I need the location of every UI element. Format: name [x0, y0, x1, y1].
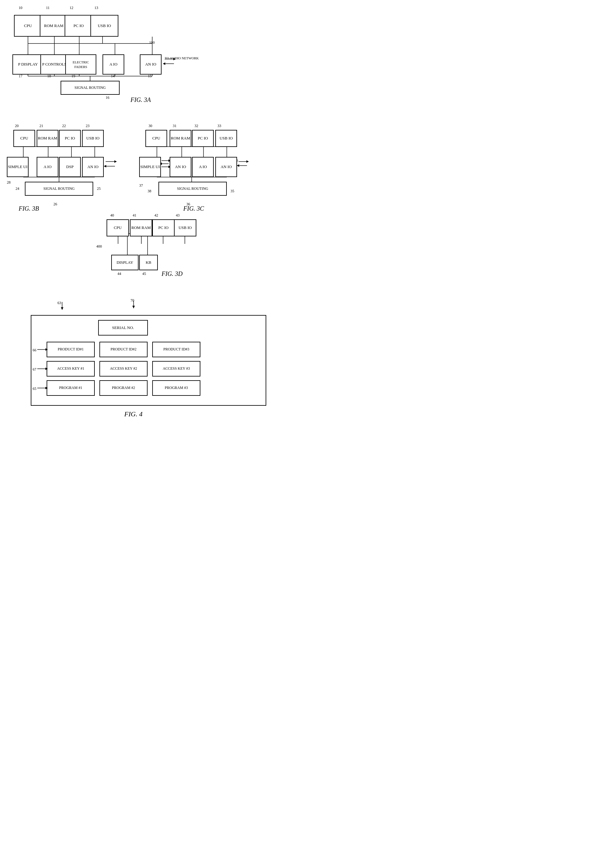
label-41: 41: [133, 213, 136, 218]
svg-marker-63: [246, 160, 249, 163]
fig4-productid2-box: PRODUCT ID#2: [99, 342, 148, 357]
label-12: 12: [69, 6, 73, 10]
fig3a-usbio-box: USB IO: [90, 15, 118, 37]
label-38: 38: [148, 189, 151, 193]
fig3d-romram-box: ROM RAM: [130, 219, 152, 236]
fig3d-kb-box: KB: [139, 255, 158, 270]
label-15: 15: [148, 74, 152, 78]
fig3c-signalrouting-box: SIGNAL ROUTING: [158, 182, 227, 196]
label-24: 24: [16, 186, 19, 191]
fig3c-usbio-box: USB IO: [215, 130, 237, 147]
svg-marker-87: [132, 306, 135, 309]
label-28: 28: [7, 180, 10, 185]
fig3b-anio-box: AN IO: [82, 157, 104, 177]
label-43: 43: [176, 213, 180, 218]
label-44: 44: [117, 272, 121, 276]
fig4-serialno-box: SERIAL NO.: [98, 320, 148, 335]
fig3a-electricfaders-box: ELECTRIC FADERS: [65, 55, 96, 75]
fig3b-usbio-box: USB IO: [82, 130, 104, 147]
fig3d-usbio-box: USB IO: [174, 219, 197, 236]
fig3b-cpu-box: CPU: [13, 130, 35, 147]
label-23: 23: [86, 124, 89, 128]
label-45: 45: [142, 272, 146, 276]
fig3b-pcio-box: PC IO: [59, 130, 81, 147]
fig3d-cpu-box: CPU: [106, 219, 129, 236]
fig3c-aio-box: A IO: [192, 157, 214, 177]
fig4-title: FIG. 4: [124, 410, 143, 418]
label-16: 16: [106, 95, 109, 100]
label-18: 18: [47, 74, 51, 78]
fig3b-romram-box: ROM RAM: [37, 130, 58, 147]
label-35: 35: [231, 189, 234, 193]
svg-marker-85: [61, 307, 64, 310]
fig3a-pcontrols-box: P CONTROLS: [40, 55, 68, 75]
fig4-accesskey2-box: ACCESS KEY #2: [99, 361, 148, 376]
fig4-productid1-box: PRODUCT ID#1: [47, 342, 95, 357]
svg-marker-21: [163, 62, 165, 65]
label-66: 66: [33, 348, 36, 353]
page: 10 11 12 13 100 CPU ROM RAM PC IO USB IO…: [0, 0, 297, 434]
fig3c-cpu-box: CPU: [145, 130, 167, 147]
label-400: 400: [96, 244, 102, 249]
svg-marker-38: [114, 160, 117, 163]
fig3d-pcio-box: PC IO: [152, 219, 174, 236]
fig3a-signalrouting-box: SIGNAL ROUTING: [61, 81, 120, 95]
fig4-program1-box: PROGRAM #1: [47, 380, 95, 396]
svg-marker-40: [104, 165, 106, 167]
label-10: 10: [19, 6, 22, 10]
fig3c-romram-box: ROM RAM: [170, 130, 191, 147]
label-70: 70: [130, 298, 134, 303]
label-67: 67: [33, 367, 36, 372]
fig3a-cpu-box: CPU: [14, 15, 42, 37]
fig3a-aio-box: A IO: [102, 55, 124, 75]
label-11: 11: [46, 6, 50, 10]
fig3c-anio2-box: AN IO: [215, 157, 237, 177]
fig3a-title: FIG. 3A: [130, 96, 151, 103]
label-20: 20: [15, 124, 19, 128]
label-32: 32: [195, 124, 198, 128]
fig3b-aio-box: A IO: [37, 157, 58, 177]
label-30: 30: [149, 124, 152, 128]
label-31: 31: [173, 124, 176, 128]
label-100: 100: [149, 40, 155, 45]
fig3c-anio1-box: AN IO: [170, 157, 191, 177]
label-17: 17: [19, 74, 22, 78]
fig3c-simpleui-box: SIMPLE UI: [139, 157, 161, 177]
label-13: 13: [95, 6, 98, 10]
fig3b-simpleui-box: SIMPLE UI: [7, 157, 29, 177]
fig3a-anio-box: AN IO: [140, 55, 161, 75]
fig3d-title: FIG. 3D: [161, 270, 183, 278]
fig3a-pdisplay-box: P DISPLAY: [12, 55, 43, 75]
label-37: 37: [139, 183, 143, 188]
fig3c-title: FIG. 3C: [183, 205, 204, 212]
svg-marker-65: [237, 164, 239, 167]
label-65: 65: [33, 387, 36, 391]
label-26: 26: [53, 202, 57, 207]
fig3b-signalrouting-box: SIGNAL ROUTING: [25, 182, 93, 196]
label-14: 14: [111, 74, 115, 78]
fig4-accesskey3-box: ACCESS KEY #3: [152, 361, 200, 376]
fig3b-title: FIG. 3B: [19, 205, 39, 212]
label-42: 42: [154, 213, 158, 218]
fig3a-pcio-box: PC IO: [65, 15, 93, 37]
fig3a-audionetwork-label: TO AUDIO NETWORK: [165, 56, 199, 60]
label-19: 19: [71, 74, 75, 78]
fig4-program3-box: PROGRAM #3: [152, 380, 200, 396]
fig4-productid3-box: PRODUCT ID#3: [152, 342, 200, 357]
label-40: 40: [110, 213, 114, 218]
fig3c-pcio-box: PC IO: [192, 130, 214, 147]
fig3d-display-box: DISPLAY: [111, 255, 139, 270]
label-63: 63: [58, 301, 61, 306]
label-21: 21: [40, 124, 43, 128]
label-33: 33: [217, 124, 221, 128]
fig3a-romram-box: ROM RAM: [40, 15, 68, 37]
fig3b-dsp-box: DSP: [59, 157, 81, 177]
fig4-accesskey1-box: ACCESS KEY #1: [47, 361, 95, 376]
fig4-program2-box: PROGRAM #2: [99, 380, 148, 396]
label-25: 25: [97, 186, 100, 191]
label-22: 22: [62, 124, 66, 128]
